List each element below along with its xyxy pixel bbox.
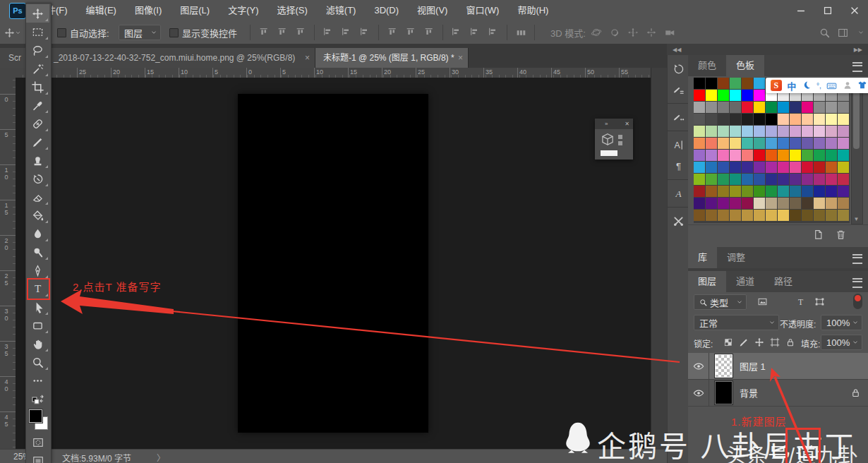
swatch[interactable] (694, 126, 705, 137)
swatches-scrollbar[interactable]: ▲ ▼ (851, 78, 863, 224)
swatch[interactable] (802, 126, 813, 137)
shirt-skin-icon[interactable] (857, 80, 867, 90)
blend-mode-dropdown[interactable]: 正常 (694, 315, 779, 330)
workspace-chevron-icon[interactable] (852, 24, 868, 41)
swatch[interactable] (754, 102, 765, 113)
swatch[interactable] (694, 90, 705, 101)
align-top-icon[interactable] (255, 24, 273, 41)
swatch[interactable] (706, 198, 717, 209)
swatch[interactable] (814, 102, 825, 113)
tool-lasso[interactable] (26, 41, 49, 59)
swatch[interactable] (694, 174, 705, 185)
canvas-area[interactable] (16, 78, 651, 449)
dist-center-icon[interactable] (466, 24, 484, 41)
panel-menu-icon[interactable] (852, 62, 862, 72)
tab-库[interactable]: 库 (688, 247, 717, 268)
lock-position-icon[interactable] (752, 335, 767, 349)
swatch[interactable] (802, 138, 813, 149)
swatch[interactable] (838, 114, 849, 125)
swatch[interactable] (790, 138, 801, 149)
swatch[interactable] (814, 186, 825, 197)
swatch[interactable] (718, 102, 729, 113)
swatch[interactable] (718, 162, 729, 173)
dist-left-icon[interactable] (447, 24, 466, 41)
align-right-icon[interactable] (356, 24, 374, 41)
workspace-icon[interactable] (833, 24, 852, 41)
dist-bottom-icon[interactable] (420, 24, 438, 41)
swatch[interactable] (754, 126, 765, 137)
auto-select-dropdown[interactable]: 图层 (119, 25, 161, 40)
tab-色板[interactable]: 色板 (726, 55, 764, 76)
swatch[interactable] (838, 198, 849, 209)
swatch[interactable] (694, 162, 705, 173)
swatch[interactable] (838, 126, 849, 137)
tab-调整[interactable]: 调整 (717, 247, 755, 268)
dolly-3d-icon[interactable] (661, 24, 679, 41)
opacity-dropdown[interactable]: 100% (821, 315, 862, 330)
swatch[interactable] (766, 210, 777, 221)
swatch[interactable] (826, 150, 837, 161)
tool-eyedropper[interactable] (26, 96, 49, 114)
swatch[interactable] (730, 198, 741, 209)
swatch[interactable] (718, 114, 729, 125)
tab-close-icon[interactable]: × (305, 48, 310, 68)
tool-more-options[interactable] (26, 371, 49, 390)
lock-transparency-icon[interactable] (721, 335, 736, 349)
swatch[interactable] (814, 198, 825, 209)
swatch[interactable] (826, 174, 837, 185)
swatch[interactable] (790, 162, 801, 173)
swatch[interactable] (754, 150, 765, 161)
swatch[interactable] (826, 186, 837, 197)
swatch[interactable] (718, 150, 729, 161)
scrollbar-thumb[interactable] (853, 90, 860, 149)
tab-图层[interactable]: 图层 (688, 271, 726, 292)
swatch[interactable] (838, 186, 849, 197)
swatch[interactable] (706, 90, 717, 101)
swatch[interactable] (742, 114, 753, 125)
document-tab-active[interactable]: 未标题-1 @ 25% (图层 1, RGB/8) * × (315, 48, 469, 68)
swatch[interactable] (766, 162, 777, 173)
status-chevron-icon[interactable]: 〉 (157, 452, 165, 463)
swatch[interactable] (814, 162, 825, 173)
swatch[interactable] (766, 102, 777, 113)
swatch[interactable] (778, 150, 789, 161)
swatch[interactable] (778, 186, 789, 197)
tool-pen[interactable] (26, 261, 49, 279)
close-icon[interactable] (841, 0, 868, 21)
swatch[interactable] (826, 138, 837, 149)
dist-top-icon[interactable] (383, 24, 402, 41)
swatch[interactable] (814, 138, 825, 149)
search-icon[interactable] (815, 24, 833, 41)
swatch[interactable] (766, 138, 777, 149)
menu-item-9[interactable]: 视图(V) (408, 0, 457, 21)
tool-crop[interactable] (26, 78, 49, 96)
swatch[interactable] (754, 90, 765, 101)
swatch[interactable] (742, 78, 753, 89)
show-transform-checkbox[interactable] (169, 28, 179, 37)
swatch[interactable] (706, 126, 717, 137)
lock-artboard-icon[interactable] (767, 335, 783, 349)
delete-swatch-icon[interactable] (835, 229, 847, 241)
swatch[interactable] (706, 78, 717, 89)
swatch[interactable] (742, 102, 753, 113)
expand-panel-icon[interactable]: » (605, 121, 608, 127)
tool-brush[interactable] (26, 133, 49, 151)
screen-mode-button[interactable] (26, 452, 49, 463)
align-hcenter-icon[interactable] (337, 24, 356, 41)
layer-row-2[interactable]: 背景 (688, 380, 868, 407)
swatch[interactable] (838, 210, 849, 221)
swatch[interactable] (814, 174, 825, 185)
swatch[interactable] (718, 138, 729, 149)
swatch[interactable] (838, 174, 849, 185)
swatch[interactable] (694, 210, 705, 221)
swatch[interactable] (778, 138, 789, 149)
swatch[interactable] (730, 90, 741, 101)
tool-hand[interactable] (26, 335, 49, 353)
panel-icon-paragraph[interactable]: ¶ (668, 155, 689, 176)
foreground-color-swatch[interactable] (29, 409, 42, 423)
swatch[interactable] (766, 150, 777, 161)
document-canvas[interactable] (238, 94, 428, 433)
swatch[interactable] (754, 78, 765, 89)
swatch[interactable] (718, 186, 729, 197)
panel-icon-history[interactable] (668, 58, 689, 79)
